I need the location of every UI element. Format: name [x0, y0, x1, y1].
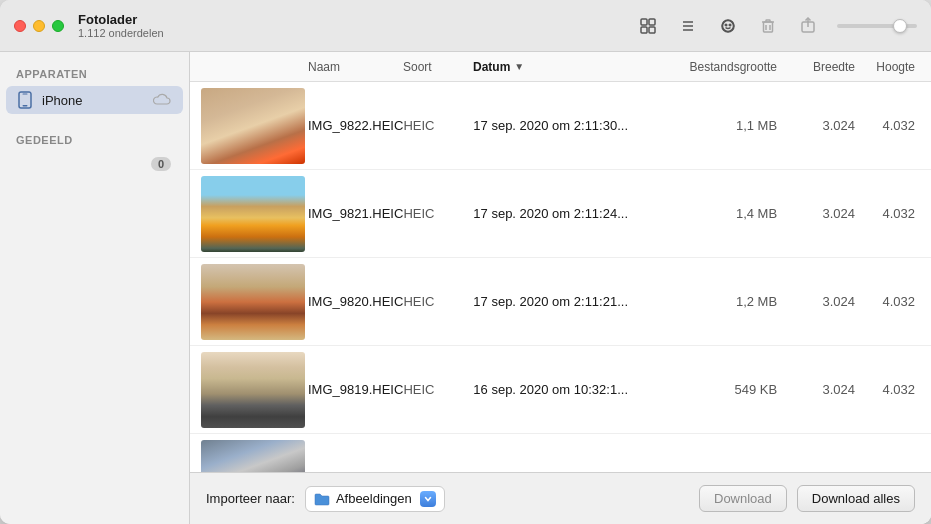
file-height: 4.032 [863, 382, 923, 397]
table-row[interactable]: IMG_9819.HEIC HEIC 16 sep. 2020 om 10:32… [190, 346, 931, 434]
svg-point-8 [725, 24, 727, 26]
maximize-button[interactable] [52, 20, 64, 32]
file-height: 4.032 [863, 294, 923, 309]
file-height: 4.032 [863, 118, 923, 133]
file-rows: IMG_9822.HEIC HEIC 17 sep. 2020 om 2:11:… [190, 82, 931, 472]
file-size: 1,4 MB [683, 206, 793, 221]
file-date: 17 sep. 2020 om 2:11:21... [473, 294, 683, 309]
trash-icon[interactable] [757, 15, 779, 37]
file-height: 4.032 [863, 206, 923, 221]
file-width: 3.024 [793, 382, 863, 397]
svg-rect-0 [641, 19, 647, 25]
file-thumbnail [198, 174, 308, 254]
svg-rect-2 [641, 27, 647, 33]
table-row[interactable]: IMG_9822.HEIC HEIC 17 sep. 2020 om 2:11:… [190, 82, 931, 170]
file-type: HEIC [403, 206, 473, 221]
thumbnail-image [201, 440, 305, 472]
file-thumbnail [198, 86, 308, 166]
folder-icon [314, 491, 330, 507]
window-title: Fotolader [78, 12, 164, 27]
download-button[interactable]: Download [699, 485, 787, 512]
sidebar-section-apparaten: APPARATEN [0, 64, 189, 86]
file-list-area: Naam Soort Datum ▼ Bestandsgrootte Breed… [190, 52, 931, 524]
minimize-button[interactable] [33, 20, 45, 32]
col-breedte-header[interactable]: Breedte [793, 60, 863, 74]
gedeeld-badge: 0 [151, 157, 171, 171]
sidebar: APPARATEN iPhone GEDEELD [0, 52, 190, 524]
file-type: HEIC [403, 294, 473, 309]
folder-name: Afbeeldingen [336, 491, 414, 506]
col-soort-header[interactable]: Soort [403, 60, 473, 74]
table-row[interactable]: IMG_9816.HEIC HEIC 16 sep. 2020 om 10:32… [190, 434, 931, 472]
share-icon[interactable] [797, 15, 819, 37]
col-bestand-header[interactable]: Bestandsgrootte [683, 60, 793, 74]
file-thumbnail [198, 438, 308, 472]
phone-icon [16, 91, 34, 109]
zoom-slider[interactable] [837, 24, 917, 28]
svg-point-9 [729, 24, 731, 26]
file-date: 17 sep. 2020 om 2:11:30... [473, 118, 683, 133]
thumbnail-image [201, 176, 305, 252]
sidebar-item-iphone-label: iPhone [42, 93, 145, 108]
close-button[interactable] [14, 20, 26, 32]
sidebar-item-iphone[interactable]: iPhone [6, 86, 183, 114]
thumbnail-image [201, 264, 305, 340]
svg-rect-3 [649, 27, 655, 33]
window-subtitle: 1.112 onderdelen [78, 27, 164, 39]
main-window: Fotolader 1.112 onderdelen [0, 0, 931, 524]
file-size: 1,2 MB [683, 294, 793, 309]
thumbnail-image [201, 352, 305, 428]
svg-rect-17 [23, 94, 28, 95]
file-size: 549 KB [683, 382, 793, 397]
main-content: APPARATEN iPhone GEDEELD [0, 52, 931, 524]
grid-icon[interactable] [637, 15, 659, 37]
cloud-icon [153, 92, 171, 109]
sidebar-item-gedeeld[interactable]: 0 [6, 152, 183, 176]
toolbar-icons [637, 15, 917, 37]
list-icon[interactable] [677, 15, 699, 37]
svg-point-10 [723, 20, 734, 31]
svg-rect-16 [23, 105, 28, 107]
file-name: IMG_9822.HEIC [308, 118, 403, 133]
column-headers: Naam Soort Datum ▼ Bestandsgrootte Breed… [190, 52, 931, 82]
traffic-lights [14, 20, 64, 32]
file-type: HEIC [403, 382, 473, 397]
file-name: IMG_9821.HEIC [308, 206, 403, 221]
col-naam-header[interactable]: Naam [308, 60, 403, 74]
file-type: HEIC [403, 118, 473, 133]
svg-rect-1 [649, 19, 655, 25]
file-thumbnail [198, 262, 308, 342]
col-hoogte-header[interactable]: Hoogte [863, 60, 923, 74]
file-name: IMG_9820.HEIC [308, 294, 403, 309]
titlebar-info: Fotolader 1.112 onderdelen [78, 12, 164, 39]
table-row[interactable]: IMG_9821.HEIC HEIC 17 sep. 2020 om 2:11:… [190, 170, 931, 258]
file-name: IMG_9819.HEIC [308, 382, 403, 397]
file-size: 1,1 MB [683, 118, 793, 133]
import-label: Importeer naar: [206, 491, 295, 506]
sidebar-section-gedeeld: GEDEELD [0, 130, 189, 152]
titlebar: Fotolader 1.112 onderdelen [0, 0, 931, 52]
table-row[interactable]: IMG_9820.HEIC HEIC 17 sep. 2020 om 2:11:… [190, 258, 931, 346]
download-all-button[interactable]: Download alles [797, 485, 915, 512]
smiley-icon[interactable] [717, 15, 739, 37]
file-width: 3.024 [793, 294, 863, 309]
thumbnail-image [201, 88, 305, 164]
dropdown-chevron-icon [420, 491, 436, 507]
bottom-bar: Importeer naar: Afbeeldingen [190, 472, 931, 524]
file-width: 3.024 [793, 206, 863, 221]
folder-select[interactable]: Afbeeldingen [305, 486, 445, 512]
file-date: 17 sep. 2020 om 2:11:24... [473, 206, 683, 221]
file-date: 16 sep. 2020 om 10:32:1... [473, 382, 683, 397]
file-width: 3.024 [793, 118, 863, 133]
col-datum-header[interactable]: Datum ▼ [473, 60, 683, 74]
sort-arrow-icon: ▼ [514, 61, 524, 72]
svg-rect-11 [764, 22, 773, 32]
file-thumbnail [198, 350, 308, 430]
